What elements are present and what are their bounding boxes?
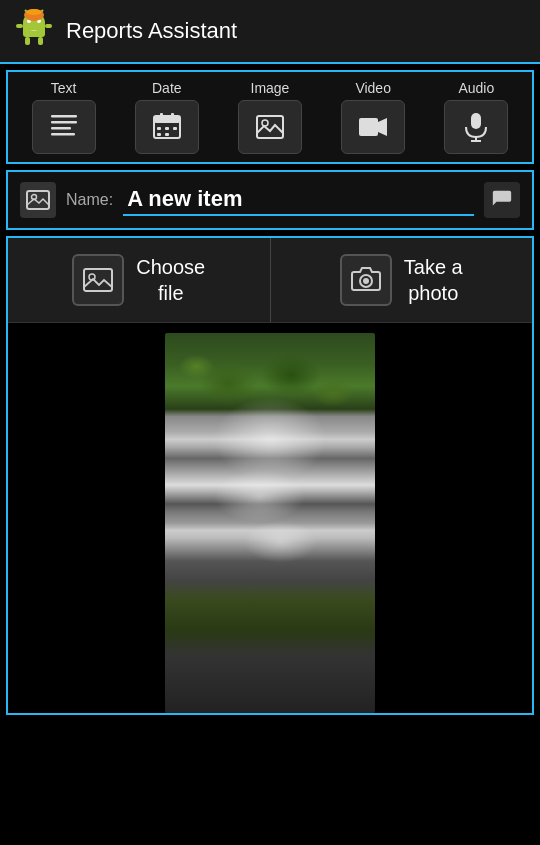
svg-point-39: [363, 278, 369, 284]
comment-icon: [491, 189, 513, 211]
camera-icon: [350, 264, 382, 296]
waterfall-image: [165, 333, 375, 713]
svg-rect-24: [173, 127, 177, 130]
tool-label-text: Text: [51, 80, 77, 96]
tool-btn-date[interactable]: [135, 100, 199, 154]
image-preview-area: [8, 323, 532, 713]
choose-file-icon: [82, 264, 114, 296]
svg-rect-16: [51, 127, 71, 130]
image-small-icon: [26, 188, 50, 212]
tool-btn-image[interactable]: [238, 100, 302, 154]
app-header: Reports Assistant: [0, 0, 540, 64]
svg-marker-30: [378, 118, 387, 136]
tool-label-video: Video: [355, 80, 391, 96]
svg-rect-15: [51, 121, 77, 124]
svg-rect-19: [154, 116, 180, 123]
tool-item-image[interactable]: Image: [238, 80, 302, 154]
svg-rect-23: [165, 127, 169, 130]
svg-rect-34: [27, 191, 49, 209]
tool-btn-audio[interactable]: [444, 100, 508, 154]
svg-rect-6: [25, 37, 30, 45]
app-title: Reports Assistant: [66, 18, 237, 44]
svg-rect-26: [165, 133, 169, 136]
svg-rect-13: [31, 30, 37, 31]
take-photo-icon-wrapper: [340, 254, 392, 306]
svg-rect-22: [157, 127, 161, 130]
take-photo-button[interactable]: Take aphoto: [271, 238, 533, 322]
svg-point-28: [262, 120, 268, 126]
svg-rect-31: [471, 113, 481, 129]
choose-file-button[interactable]: Choosefile: [8, 238, 271, 322]
tool-btn-video[interactable]: [341, 100, 405, 154]
image-icon: [254, 111, 286, 143]
tool-label-image: Image: [251, 80, 290, 96]
name-input[interactable]: [123, 184, 474, 216]
svg-rect-25: [157, 133, 161, 136]
image-action-buttons: Choosefile Take aphoto: [8, 238, 532, 323]
image-section: Choosefile Take aphoto: [6, 236, 534, 715]
svg-rect-36: [84, 269, 112, 291]
name-field-icon: [20, 182, 56, 218]
svg-rect-9: [45, 24, 52, 28]
take-photo-label: Take aphoto: [404, 254, 463, 306]
tool-btn-text[interactable]: [32, 100, 96, 154]
tool-toolbar: Text Date: [6, 70, 534, 164]
video-icon: [357, 111, 389, 143]
name-label: Name:: [66, 191, 113, 209]
text-icon: [48, 111, 80, 143]
svg-rect-7: [38, 37, 43, 45]
comment-button[interactable]: [484, 182, 520, 218]
svg-rect-21: [171, 113, 174, 119]
svg-rect-29: [359, 118, 378, 136]
svg-rect-27: [257, 116, 283, 138]
svg-rect-20: [160, 113, 163, 119]
choose-file-icon-wrapper: [72, 254, 124, 306]
tool-item-video[interactable]: Video: [341, 80, 405, 154]
svg-point-12: [26, 9, 42, 15]
name-section: Name:: [6, 170, 534, 230]
date-icon: [151, 111, 183, 143]
svg-rect-17: [51, 133, 75, 136]
choose-file-label: Choosefile: [136, 254, 205, 306]
tool-item-audio[interactable]: Audio: [444, 80, 508, 154]
svg-rect-8: [16, 24, 23, 28]
tool-item-text[interactable]: Text: [32, 80, 96, 154]
tool-label-date: Date: [152, 80, 182, 96]
app-icon: [12, 9, 56, 53]
svg-rect-14: [51, 115, 77, 118]
audio-icon: [460, 111, 492, 143]
tool-item-date[interactable]: Date: [135, 80, 199, 154]
tool-label-audio: Audio: [458, 80, 494, 96]
